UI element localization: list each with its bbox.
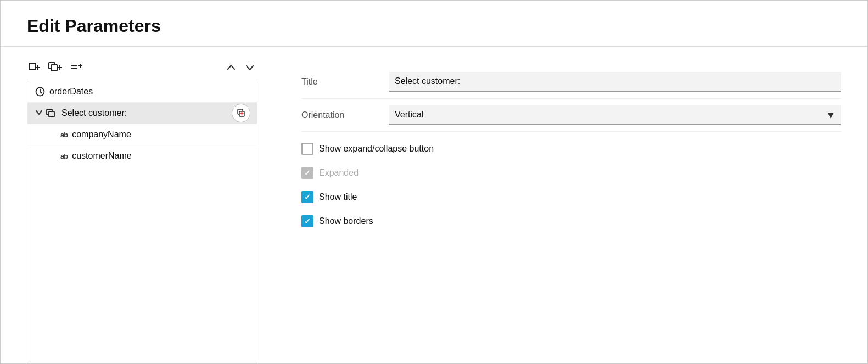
show-expand-checkbox[interactable] [301, 143, 313, 155]
title-input[interactable] [389, 72, 841, 92]
checkbox-group: Show expand/collapse button ✓ Expanded ✓… [301, 132, 841, 233]
expanded-label: Expanded [319, 168, 359, 178]
page-body: orderDates Select cus [1, 47, 867, 363]
show-title-row: ✓ Show title [301, 186, 841, 209]
orientation-field-row: Orientation Vertical Horizontal ▼ [301, 99, 841, 132]
show-title-label: Show title [319, 192, 357, 202]
right-panel: Title Orientation Vertical Horizontal ▼ [301, 60, 841, 363]
ab-icon: ab [60, 131, 68, 139]
add-separator-icon[interactable] [69, 60, 84, 75]
toolbar [27, 60, 257, 81]
expanded-checkbox[interactable]: ✓ [301, 167, 313, 179]
svg-rect-4 [51, 65, 57, 71]
orientation-select[interactable]: Vertical Horizontal [389, 105, 841, 125]
svg-rect-0 [29, 63, 36, 70]
orientation-label: Orientation [301, 110, 389, 120]
clock-icon [35, 87, 45, 97]
title-field-row: Title [301, 65, 841, 99]
tree-item-label: customerName [72, 151, 249, 161]
show-borders-checkbox[interactable]: ✓ [301, 215, 313, 227]
left-panel: orderDates Select cus [27, 60, 257, 363]
remove-group-button[interactable] [232, 104, 250, 122]
show-expand-label: Show expand/collapse button [319, 144, 434, 154]
toolbar-arrows [223, 60, 257, 75]
orientation-select-wrapper: Vertical Horizontal ▼ [389, 105, 841, 125]
chevron-down-icon [35, 109, 43, 118]
title-label: Title [301, 77, 389, 87]
group-icon [46, 108, 57, 118]
tree-group-item[interactable]: Select customer: [27, 103, 257, 124]
checkmark-icon: ✓ [304, 169, 311, 177]
tree-item-label: companyName [72, 130, 249, 139]
tree-sub-item[interactable]: ab customerName [27, 145, 257, 166]
move-down-button[interactable] [242, 60, 257, 75]
show-expand-row: Show expand/collapse button [301, 137, 841, 160]
add-parameter-icon[interactable] [27, 60, 42, 75]
checkmark-icon: ✓ [304, 193, 311, 201]
checkmark-icon: ✓ [304, 217, 311, 226]
show-title-checkbox[interactable]: ✓ [301, 191, 313, 203]
expanded-row: ✓ Expanded [301, 161, 841, 184]
ab-icon: ab [60, 152, 68, 160]
page-header: Edit Parameters [1, 1, 867, 47]
tree-container: orderDates Select cus [27, 81, 257, 363]
move-up-button[interactable] [223, 60, 239, 75]
show-borders-label: Show borders [319, 216, 373, 226]
svg-rect-13 [49, 111, 54, 117]
tree-group-label: Select customer: [61, 108, 249, 118]
toolbar-icons [27, 60, 218, 75]
page-container: Edit Parameters [0, 0, 868, 364]
title-field-value [389, 72, 841, 92]
show-borders-row: ✓ Show borders [301, 210, 841, 233]
tree-sub-item[interactable]: ab companyName [27, 124, 257, 145]
page-title: Edit Parameters [27, 16, 841, 36]
tree-item[interactable]: orderDates [27, 81, 257, 103]
add-group-icon[interactable] [48, 60, 63, 75]
tree-item-label: orderDates [49, 87, 249, 97]
